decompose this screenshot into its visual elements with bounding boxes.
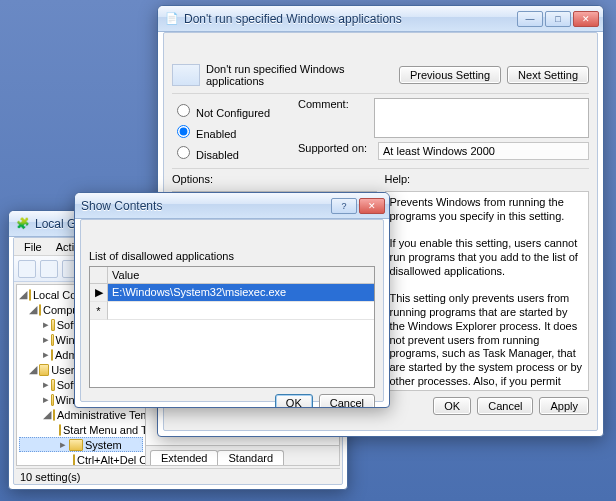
help-button[interactable]: ? — [331, 198, 357, 214]
supported-on-label: Supported on: — [298, 142, 378, 160]
comment-input[interactable] — [374, 98, 590, 138]
gpedit-icon: 🧩 — [15, 216, 31, 232]
show-contents-title: Show Contents — [81, 199, 331, 213]
tree-item[interactable]: Ctrl+Alt+Del Options — [77, 454, 146, 466]
toolbar-forward-icon[interactable] — [40, 260, 58, 278]
folder-icon — [51, 319, 55, 331]
new-row-icon: * — [90, 302, 108, 320]
folder-icon — [73, 454, 75, 466]
comment-label: Comment: — [298, 98, 374, 138]
cancel-button[interactable]: Cancel — [477, 397, 533, 415]
tab-standard[interactable]: Standard — [217, 450, 284, 465]
policy-title: Don't run specified Windows applications — [184, 12, 517, 26]
folder-icon — [51, 394, 54, 406]
policy-heading: Don't run specified Windows applications — [206, 63, 393, 87]
close-button[interactable]: ✕ — [359, 198, 385, 214]
menu-file[interactable]: File — [18, 240, 48, 254]
next-setting-button[interactable]: Next Setting — [507, 66, 589, 84]
grid-header: Value — [90, 267, 374, 284]
grid-row-selected[interactable]: ▶ E:\Windows\System32\msiexec.exe — [90, 284, 374, 302]
tab-extended[interactable]: Extended — [150, 450, 218, 465]
state-radio-group: Not Configured Enabled Disabled — [172, 98, 292, 164]
supported-on-value: At least Windows 2000 — [378, 142, 589, 160]
folder-icon — [69, 439, 83, 451]
close-button[interactable]: ✕ — [573, 11, 599, 27]
tree-item[interactable]: Start Menu and Taskbar — [63, 424, 146, 436]
values-grid[interactable]: Value ▶ E:\Windows\System32\msiexec.exe … — [89, 266, 375, 388]
ok-button[interactable]: OK — [433, 397, 471, 415]
toolbar-back-icon[interactable] — [18, 260, 36, 278]
folder-icon — [53, 409, 55, 421]
policy-titlebar[interactable]: 📄 Don't run specified Windows applicatio… — [158, 6, 603, 32]
view-tabs: Extended Standard — [146, 445, 339, 465]
radio-disabled[interactable]: Disabled — [172, 143, 292, 161]
row-selector-icon: ▶ — [90, 284, 108, 302]
folder-icon — [51, 334, 54, 346]
minimize-button[interactable]: — — [517, 11, 543, 27]
folder-icon — [29, 289, 31, 301]
help-text[interactable]: Prevents Windows from running the progra… — [385, 191, 590, 391]
grid-row-new[interactable]: * — [90, 302, 374, 320]
show-contents-dialog: Show Contents ? ✕ List of disallowed app… — [74, 192, 390, 408]
status-text: 10 setting(s) — [20, 471, 81, 483]
previous-setting-button[interactable]: Previous Setting — [399, 66, 501, 84]
folder-icon — [39, 304, 41, 316]
apply-button[interactable]: Apply — [539, 397, 589, 415]
cancel-button[interactable]: Cancel — [319, 394, 375, 408]
folder-icon — [39, 364, 49, 376]
tree-item-selected[interactable]: System — [85, 439, 122, 451]
show-contents-caption: List of disallowed applications — [89, 250, 375, 262]
radio-not-configured[interactable]: Not Configured — [172, 101, 292, 119]
help-label: Help: — [385, 173, 590, 185]
show-contents-titlebar[interactable]: Show Contents ? ✕ — [75, 193, 389, 219]
grid-cell[interactable]: E:\Windows\System32\msiexec.exe — [108, 284, 374, 302]
options-label: Options: — [172, 173, 377, 185]
grid-cell-empty[interactable] — [108, 302, 374, 320]
policy-heading-icon — [172, 64, 200, 86]
tree-item[interactable]: Administrative Templates — [57, 409, 146, 421]
column-value[interactable]: Value — [108, 267, 374, 283]
status-bar: 10 setting(s) — [16, 468, 340, 484]
folder-icon — [51, 349, 53, 361]
maximize-button[interactable]: □ — [545, 11, 571, 27]
ok-button[interactable]: OK — [275, 394, 313, 408]
folder-icon — [59, 424, 61, 436]
folder-icon — [51, 379, 55, 391]
radio-enabled[interactable]: Enabled — [172, 122, 292, 140]
policy-icon: 📄 — [164, 11, 180, 27]
